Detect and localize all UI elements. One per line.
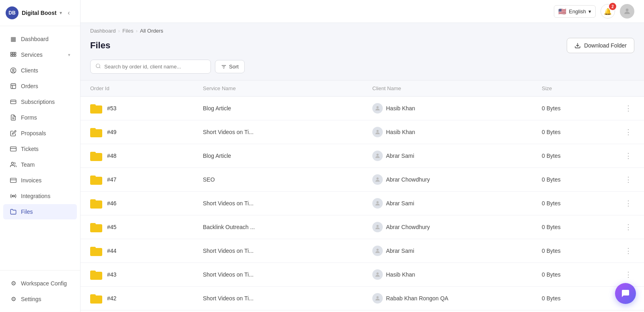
svg-rect-5 <box>14 55 16 56</box>
row-menu-button[interactable]: ⋮ <box>622 150 634 162</box>
size-cell: 0 Bytes <box>542 105 614 112</box>
client-avatar <box>372 269 383 280</box>
table-row: #41 Short Videos on Ti... Hasib Khan 0 B… <box>80 310 644 312</box>
client-avatar <box>372 246 383 256</box>
flag-icon: 🇺🇸 <box>558 8 566 15</box>
table-row: #48 Blog Article Abrar Sami 0 Bytes ⋮ <box>80 144 644 168</box>
folder-icon <box>90 198 102 209</box>
sidebar-item-dashboard[interactable]: ▦ Dashboard <box>3 31 77 47</box>
sidebar-item-files[interactable]: Files <box>3 204 77 219</box>
svg-point-17 <box>11 162 13 164</box>
sidebar-item-proposals[interactable]: Proposals <box>3 126 77 141</box>
table-row: #42 Short Videos on Ti... Rabab Khan Ron… <box>80 287 644 310</box>
folder-icon <box>90 222 102 232</box>
sidebar-item-clients[interactable]: Clients <box>3 63 77 78</box>
sidebar-item-tickets[interactable]: Tickets <box>3 141 77 157</box>
order-cell: #53 <box>90 103 203 114</box>
main-content: 🇺🇸 English ▾ 🔔 2 Dashboard › Files › All… <box>80 0 644 312</box>
brand-chevron-icon: ▾ <box>60 10 62 16</box>
notification-badge: 2 <box>609 3 616 10</box>
col-actions <box>614 85 634 91</box>
avatar-icon <box>374 200 381 207</box>
integrations-icon <box>10 192 17 200</box>
notifications-button[interactable]: 🔔 2 <box>601 4 615 19</box>
sidebar-item-invoices[interactable]: Invoices <box>3 173 77 188</box>
sidebar-item-forms[interactable]: Forms <box>3 110 77 125</box>
row-menu-button[interactable]: ⋮ <box>622 126 634 138</box>
sort-button[interactable]: Sort <box>215 60 245 73</box>
folder-icon <box>90 103 102 114</box>
folder-icon <box>90 246 102 256</box>
client-avatar <box>372 222 383 232</box>
client-avatar <box>372 103 383 114</box>
sidebar-item-settings[interactable]: ⚙ Settings <box>3 291 77 307</box>
row-menu-button[interactable]: ⋮ <box>622 174 634 186</box>
row-menu-cell: ⋮ <box>614 174 634 186</box>
client-avatar <box>372 151 383 161</box>
row-menu-button[interactable]: ⋮ <box>622 245 634 257</box>
language-selector[interactable]: 🇺🇸 English ▾ <box>554 5 596 18</box>
table-row: #46 Short Videos on Ti... Abrar Sami 0 B… <box>80 192 644 215</box>
forms-icon <box>10 114 17 121</box>
sidebar-collapse-button[interactable]: ‹ <box>63 7 74 19</box>
avatar-icon <box>374 176 381 183</box>
svg-point-20 <box>12 195 14 197</box>
client-name: Abrar Sami <box>386 153 414 159</box>
order-id: #53 <box>107 105 116 112</box>
sidebar-item-team[interactable]: Team <box>3 157 77 172</box>
download-icon <box>574 42 581 49</box>
sidebar-item-workspace-config[interactable]: ⚙ Workspace Config <box>3 276 77 291</box>
search-input[interactable] <box>104 64 206 70</box>
col-size: Size <box>542 85 614 91</box>
order-id: #42 <box>107 295 116 302</box>
breadcrumb-dashboard[interactable]: Dashboard <box>90 28 116 34</box>
client-name-cell: Abrar Chowdhury <box>372 222 542 232</box>
row-menu-button[interactable]: ⋮ <box>622 269 634 281</box>
row-menu-cell: ⋮ <box>614 197 634 209</box>
sidebar-item-orders[interactable]: Orders <box>3 79 77 94</box>
services-icon <box>10 51 17 58</box>
sidebar-item-label: Tickets <box>21 146 39 152</box>
folder-icon <box>90 269 102 280</box>
sidebar-item-label: Files <box>21 209 33 215</box>
svg-point-30 <box>376 154 378 156</box>
order-cell: #48 <box>90 151 203 161</box>
svg-point-35 <box>376 273 378 275</box>
chat-bubble-button[interactable] <box>615 283 636 304</box>
sidebar-item-services[interactable]: Services ▾ <box>3 47 77 62</box>
svg-rect-0 <box>10 52 12 54</box>
breadcrumb-sep-2: › <box>136 28 137 34</box>
table-row: #53 Blog Article Hasib Khan 0 Bytes ⋮ <box>80 97 644 120</box>
sidebar-item-label: Settings <box>21 296 41 302</box>
sidebar-item-subscriptions[interactable]: Subscriptions <box>3 94 77 110</box>
svg-point-33 <box>376 225 378 227</box>
client-avatar <box>372 127 383 137</box>
breadcrumb-files[interactable]: Files <box>122 28 133 34</box>
svg-point-23 <box>96 64 100 68</box>
svg-rect-18 <box>10 178 17 183</box>
download-folder-button[interactable]: Download Folder <box>567 38 634 53</box>
svg-point-32 <box>376 201 378 203</box>
sidebar-item-integrations[interactable]: Integrations <box>3 188 77 204</box>
client-name-cell: Abrar Sami <box>372 151 542 161</box>
user-avatar-button[interactable] <box>620 4 634 19</box>
order-id: #44 <box>107 248 116 254</box>
row-menu-cell: ⋮ <box>614 221 634 233</box>
row-menu-button[interactable]: ⋮ <box>622 221 634 233</box>
service-name-cell: Short Videos on Ti... <box>203 271 372 278</box>
client-name: Abrar Sami <box>386 248 414 254</box>
row-menu-button[interactable]: ⋮ <box>622 197 634 209</box>
row-menu-cell: ⋮ <box>614 245 634 257</box>
sidebar-item-label: Invoices <box>21 177 41 184</box>
svg-point-29 <box>376 130 378 132</box>
services-chevron-icon: ▾ <box>68 52 70 58</box>
row-menu-button[interactable]: ⋮ <box>622 102 634 114</box>
chat-icon <box>621 289 630 298</box>
avatar-icon <box>374 295 381 302</box>
content-area: Dashboard › Files › All Orders Files Dow… <box>80 23 644 312</box>
sidebar: DB Digital Boost ▾ ‹ ▦ Dashboard Service… <box>0 0 80 312</box>
folder-icon <box>90 174 102 185</box>
clients-icon <box>10 67 17 74</box>
svg-rect-11 <box>10 100 16 103</box>
sidebar-bottom: ⚙ Workspace Config ⚙ Settings <box>0 270 80 312</box>
